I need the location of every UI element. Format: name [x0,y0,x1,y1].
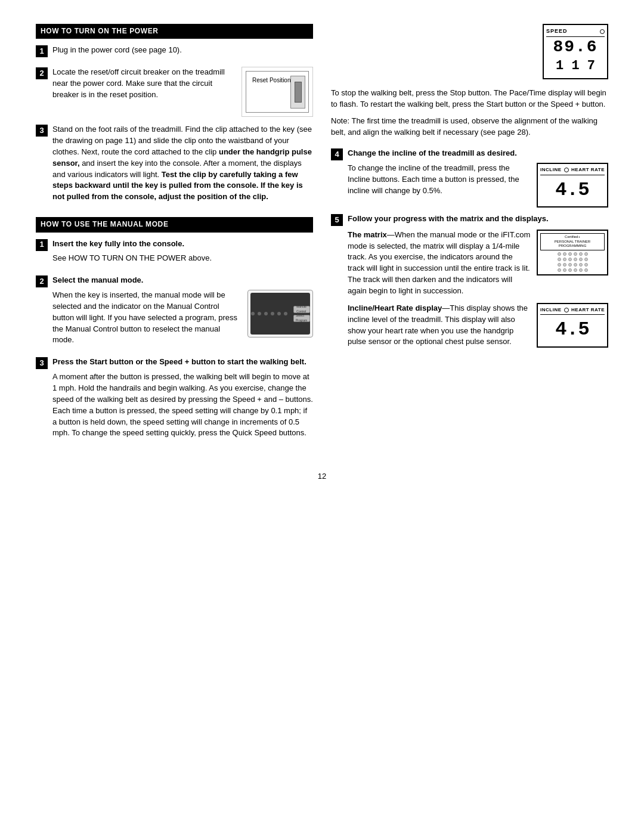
manual-step-2-with-image: When the key is inserted, the manual mod… [52,290,313,349]
console-dot [271,312,274,315]
certified-text: Certified+ [542,235,603,240]
step-power-3-text: Stand on the foot rails of the treadmill… [52,124,313,203]
incline-heart-text: Incline/Heart Rate display—This display … [348,303,531,348]
certified-badge: Certified+ PERSONAL TRAINER PROGRAMMING [540,233,605,250]
page-number: 12 [36,471,608,482]
incline-lcd-2: 4.5 [540,316,605,343]
manual-step-3: 3 Press the Start button or the Speed + … [36,357,313,442]
incline-heart-text-block: Incline/Heart Rate display—This display … [348,303,531,348]
incline-display-box-1: INCLINE HEART RATE 4.5 [537,163,608,208]
reset-diagram-inner: Reset Position [246,71,309,113]
matrix-dot [558,252,561,256]
speed-lcd-line1: 89.6 [546,38,605,57]
step-power-1: 1 Plug in the power cord (see page 10). [36,45,313,60]
console-dot [258,312,261,315]
manual-btn: ManualControl [293,306,310,313]
reset-diagram: Reset Position [242,67,313,117]
step-power-2-text: Locate the reset/off circuit breaker on … [52,67,236,104]
manual-step-2-content: Select the manual mode. When the key is … [52,275,313,349]
speed-lcd-line2: 1 1 7 [546,57,605,76]
console-dot [277,312,281,315]
incline-indicator-1 [564,168,569,172]
matrix-dot [584,252,588,256]
reset-panel [290,76,305,109]
manual-step-1-content: Insert the key fully into the console. S… [52,239,313,268]
console-buttons: ManualControl SelectProgram [293,306,310,322]
console-inner: ManualControl SelectProgram [250,293,310,335]
console-dots [251,312,289,315]
step-5-title: Follow your progress with the matrix and… [348,213,608,225]
incline-indicator-2 [564,308,569,312]
step-4-block: 4 Change the incline of the treadmill as… [331,148,608,208]
matrix-dot [563,268,566,272]
console-diagram: ManualControl SelectProgram [247,290,313,337]
manual-step-number-2: 2 [36,275,48,287]
matrix-text: The matrix—When the manual mode or the i… [348,230,531,297]
stop-text: To stop the walking belt, press the Stop… [331,88,608,110]
step-power-3-content: Stand on the foot rails of the treadmill… [52,124,313,206]
incline-label-row-2: INCLINE HEART RATE [540,306,605,315]
heart-rate-label-2: HEART RATE [571,306,605,314]
manual-step-2-title: Select the manual mode. [52,275,313,286]
step-number-5: 5 [331,214,343,226]
step-power-1-text: Plug in the power cord (see page 10). [52,45,313,56]
matrix-dot [579,268,583,272]
section-power-header: HOW TO TURN ON THE POWER [36,24,313,39]
matrix-dot [558,263,561,267]
section-power: HOW TO TURN ON THE POWER 1 Plug in the p… [36,24,313,206]
incline-heart-bold: Incline/Heart Rate display [348,304,442,312]
matrix-dot [579,258,583,261]
matrix-dot [579,252,583,256]
incline-label-1: INCLINE [540,166,562,174]
right-column: SPEED 89.6 1 1 7 To stop the walking bel… [331,24,608,453]
manual-step-1-title: Insert the key fully into the console. [52,239,313,250]
step-power-2: 2 Locate the reset/off circuit breaker o… [36,67,313,117]
step-4-title: Change the incline of the treadmill as d… [348,148,608,159]
programming-text: PROGRAMMING [542,244,603,249]
step-power-3-bold2: Test the clip by carefully taking a few … [52,170,303,202]
matrix-row-1 [558,252,588,256]
matrix-dot [563,263,566,267]
manual-step-number-1: 1 [36,239,48,251]
matrix-dot [584,268,588,272]
matrix-dot [584,263,588,267]
step-number-3: 3 [36,125,48,137]
step-number-1: 1 [36,45,48,57]
step-5-block: 5 Follow your progress with the matrix a… [331,213,608,348]
matrix-dot [568,258,572,261]
manual-step-1: 1 Insert the key fully into the console.… [36,239,313,268]
matrix-row-4 [558,268,588,272]
section-manual: HOW TO USE THE MANUAL MODE 1 Insert the … [36,217,313,442]
step-4-text: To change the incline of the treadmill, … [348,163,531,197]
reset-label: Reset Position [252,76,290,85]
step-power-1-content: Plug in the power cord (see page 10). [52,45,313,60]
manual-step-1-sub: See HOW TO TURN ON THE POWER above. [52,253,313,264]
console-dot [284,312,287,315]
manual-step-3-text: A moment after the button is pressed, th… [52,371,313,439]
manual-step-3-content: Press the Start button or the Speed + bu… [52,357,313,442]
step-5-content: Follow your progress with the matrix and… [348,213,608,348]
console-dot [264,312,268,315]
step-4-content: Change the incline of the treadmill as d… [348,148,608,208]
step-number-2: 2 [36,67,48,79]
heart-rate-label-1: HEART RATE [571,166,605,174]
step-power-2-content: Locate the reset/off circuit breaker on … [52,67,313,117]
matrix-bold: The matrix [348,230,387,239]
manual-step-2-text: When the key is inserted, the manual mod… [52,290,242,346]
matrix-dot [584,258,588,261]
matrix-section: The matrix—When the manual mode or the i… [348,230,608,297]
speed-display-section: SPEED 89.6 1 1 7 [331,24,608,79]
step-power-2-main: Locate the reset/off circuit breaker on … [52,67,236,101]
left-column: HOW TO TURN ON THE POWER 1 Plug in the p… [36,24,313,453]
matrix-dots-grid [540,252,605,272]
step-number-4: 4 [331,148,343,160]
matrix-dot [574,263,577,267]
speed-display-box: SPEED 89.6 1 1 7 [543,24,608,79]
manual-step-2: 2 Select the manual mode. When the key i… [36,275,313,349]
incline-display-box-2: INCLINE HEART RATE 4.5 [537,303,608,348]
incline-label-2: INCLINE [540,306,562,314]
speed-label-row: SPEED [546,27,605,37]
matrix-dot [558,258,561,261]
matrix-dot [568,268,572,272]
matrix-dot [558,268,561,272]
